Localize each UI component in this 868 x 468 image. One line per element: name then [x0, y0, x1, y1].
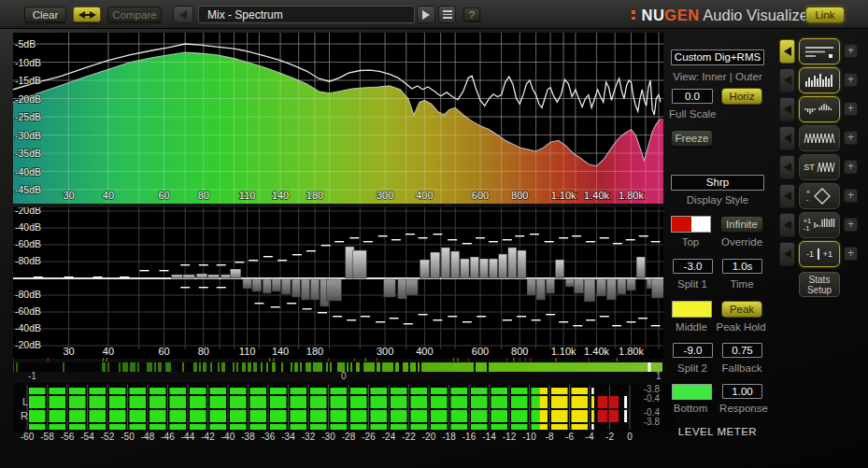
- split1-field[interactable]: -3.0: [673, 259, 713, 274]
- add-panel-button[interactable]: +: [844, 189, 858, 203]
- preset-name-field[interactable]: Mix - Spectrum: [198, 6, 415, 23]
- svg-text:-54: -54: [80, 432, 94, 442]
- svg-text:-38: -38: [241, 432, 255, 442]
- left-triangle-icon: [784, 76, 791, 85]
- split2-field[interactable]: -9.0: [673, 343, 713, 358]
- full-scale-label: Full Scale: [669, 108, 725, 120]
- correlation-strip: [13, 358, 663, 372]
- svg-text:1.10k: 1.10k: [551, 190, 576, 201]
- strip-row-spectrum-bars: +: [779, 67, 865, 93]
- svg-text:-3.8: -3.8: [644, 417, 661, 427]
- svg-text:-22: -22: [402, 432, 416, 442]
- collapse-arrow-button[interactable]: [779, 184, 795, 208]
- svg-text:140: 140: [272, 190, 289, 201]
- add-panel-button[interactable]: +: [844, 44, 858, 58]
- clear-button[interactable]: Clear: [24, 7, 66, 22]
- stereo-waveform-button[interactable]: ST: [799, 154, 840, 180]
- svg-text:400: 400: [416, 346, 433, 357]
- collapse-arrow-button[interactable]: [779, 39, 795, 64]
- svg-text:-50: -50: [121, 432, 135, 442]
- add-panel-button[interactable]: +: [844, 73, 858, 87]
- add-panel-button[interactable]: +: [844, 102, 858, 116]
- bar-graph-icon: [802, 70, 837, 91]
- svg-text:-16: -16: [462, 432, 477, 442]
- svg-text:-0.4: -0.4: [644, 393, 661, 404]
- svg-text:-10dB: -10dB: [15, 57, 41, 68]
- fallback-label: Fallback: [716, 362, 768, 374]
- spectrogram-icon: [802, 99, 837, 120]
- minus1-label: -1: [806, 249, 814, 259]
- svg-text:180: 180: [306, 346, 323, 357]
- svg-text:-14: -14: [482, 432, 496, 442]
- left-triangle-icon: [784, 105, 791, 114]
- peak-hold-button[interactable]: Peak: [721, 301, 762, 318]
- corr-label-zero: 0: [341, 371, 347, 381]
- svg-text:-10: -10: [522, 432, 536, 442]
- infinite-button[interactable]: Infinite: [720, 216, 763, 233]
- svg-text:-12: -12: [503, 432, 517, 442]
- bottom-color-swatch[interactable]: [672, 384, 712, 400]
- time-field[interactable]: 1.0s: [722, 259, 762, 274]
- correlation-history-button[interactable]: +1-1: [799, 212, 840, 238]
- svg-text:-46: -46: [161, 432, 175, 442]
- svg-text:-48: -48: [141, 432, 155, 442]
- svg-text:-4: -4: [586, 432, 594, 442]
- vectorscope-button[interactable]: +-: [799, 183, 840, 209]
- strip-row-correlation-meter: -1 +1 +: [779, 241, 865, 267]
- meter-history-button[interactable]: [799, 38, 840, 64]
- svg-text:-58: -58: [40, 432, 54, 442]
- top-color-swatch[interactable]: [671, 216, 711, 233]
- svg-text:40: 40: [103, 346, 114, 357]
- add-panel-button[interactable]: +: [844, 131, 858, 145]
- meter-mode-field[interactable]: Custom Dig+RMS: [671, 50, 764, 65]
- collapse-arrow-button[interactable]: [779, 68, 795, 92]
- help-button[interactable]: ?: [463, 7, 480, 21]
- add-panel-button[interactable]: +: [844, 218, 858, 232]
- level-meter-display: LR-60-58-56-54-52-50-48-46-44-42-40-38-3…: [13, 383, 676, 445]
- svg-text:-60: -60: [21, 432, 35, 442]
- waveform-button[interactable]: [799, 125, 840, 151]
- left-triangle-icon: [784, 220, 791, 230]
- preset-next-button[interactable]: [417, 6, 435, 23]
- spectrogram-button[interactable]: [799, 96, 840, 122]
- correlation-meter-button[interactable]: -1 +1: [799, 241, 840, 267]
- left-triangle-icon: [784, 249, 791, 259]
- svg-text:140: 140: [272, 346, 289, 357]
- svg-text:-15dB: -15dB: [15, 75, 41, 86]
- diamond-icon: [812, 186, 832, 206]
- st-label: ST: [804, 163, 815, 172]
- full-scale-field[interactable]: 0.0: [672, 89, 713, 104]
- svg-text:-45dB: -45dB: [15, 184, 41, 195]
- preset-menu-button[interactable]: [438, 6, 456, 23]
- split2-label: Split 2: [669, 362, 716, 374]
- add-panel-button[interactable]: +: [844, 160, 858, 174]
- collapse-arrow-button[interactable]: [779, 126, 795, 150]
- ab-swap-button[interactable]: [73, 7, 101, 22]
- freeze-button[interactable]: Freeze: [671, 130, 713, 147]
- collapse-arrow-button[interactable]: [779, 242, 795, 266]
- add-panel-button[interactable]: +: [844, 247, 858, 261]
- stats-setup-button[interactable]: StatsSetup: [799, 272, 840, 297]
- preset-prev-button[interactable]: [173, 6, 193, 23]
- peak-hold-label: Peak Hold: [711, 321, 771, 333]
- svg-text:-8: -8: [546, 432, 554, 442]
- collapse-arrow-button[interactable]: [779, 97, 795, 121]
- lines-dot-icon: [802, 41, 837, 62]
- response-field[interactable]: 1.00: [722, 384, 762, 399]
- collapse-arrow-button[interactable]: [779, 213, 795, 237]
- svg-text:30: 30: [63, 346, 74, 357]
- svg-text:-40dB: -40dB: [15, 221, 41, 233]
- horiz-button[interactable]: Horiz: [721, 88, 762, 105]
- right-triangle-icon: [422, 10, 430, 20]
- fallback-field[interactable]: 0.75: [722, 343, 762, 358]
- svg-text:0: 0: [627, 432, 633, 442]
- link-button[interactable]: Link: [805, 7, 845, 23]
- split1-label: Split 1: [669, 278, 716, 290]
- display-style-field[interactable]: Shrp: [671, 175, 764, 191]
- svg-text:80: 80: [198, 190, 209, 201]
- middle-color-swatch[interactable]: [672, 301, 712, 318]
- spectrum-bars-button[interactable]: [799, 67, 840, 93]
- compare-button[interactable]: Compare: [107, 7, 162, 22]
- svg-text:800: 800: [511, 346, 528, 357]
- collapse-arrow-button[interactable]: [779, 155, 795, 179]
